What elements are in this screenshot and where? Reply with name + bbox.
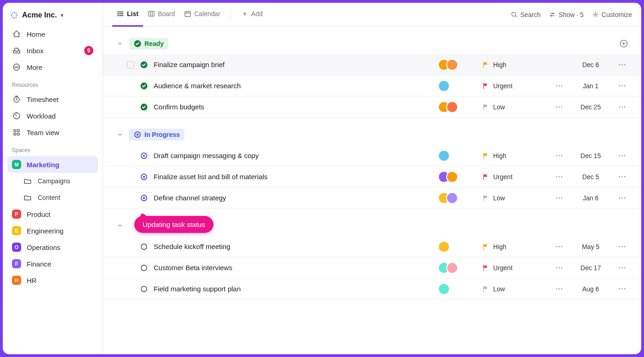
cell-more-icon[interactable]: ··· <box>552 152 567 160</box>
status-pill[interactable]: Ready <box>129 38 168 50</box>
priority-cell[interactable]: Low <box>482 194 546 202</box>
row-actions-icon[interactable]: ··· <box>615 82 630 90</box>
add-view-button[interactable]: Add <box>236 3 267 27</box>
task-status-icon[interactable] <box>140 285 148 293</box>
space-engineering[interactable]: E Engineering <box>7 222 98 239</box>
add-task-button[interactable] <box>619 39 628 48</box>
space-finance[interactable]: F Finance <box>7 255 98 272</box>
nav-team-view[interactable]: Team view <box>7 124 98 141</box>
priority-cell[interactable]: Urgent <box>482 82 546 90</box>
due-date[interactable]: Dec 25 <box>572 103 609 111</box>
priority-cell[interactable]: High <box>482 152 546 159</box>
due-date[interactable]: Dec 5 <box>572 173 609 181</box>
cell-more-icon[interactable]: ··· <box>552 264 567 272</box>
row-actions-icon[interactable]: ··· <box>615 264 630 272</box>
nav-more[interactable]: More <box>7 59 98 75</box>
space-operations[interactable]: O Operations <box>7 239 98 255</box>
due-date[interactable]: May 5 <box>572 243 609 250</box>
priority-cell[interactable]: High <box>482 243 546 250</box>
nav-timesheet[interactable]: Timesheet <box>7 91 98 108</box>
space-marketing[interactable]: M Marketing <box>7 156 98 173</box>
task-row[interactable]: Draft campaign messaging & copy High ···… <box>103 145 641 166</box>
avatar[interactable] <box>446 192 458 204</box>
task-status-icon[interactable] <box>140 103 148 111</box>
row-actions-icon[interactable]: ··· <box>615 243 630 251</box>
assignees[interactable] <box>438 80 477 92</box>
collapse-icon[interactable] <box>116 221 124 230</box>
due-date[interactable]: Aug 6 <box>572 285 609 293</box>
space-hr[interactable]: H HR <box>7 272 98 289</box>
row-actions-icon[interactable]: ··· <box>615 173 630 181</box>
cell-more-icon[interactable]: ··· <box>552 285 567 293</box>
avatar[interactable] <box>438 150 450 162</box>
task-row[interactable]: Define channel strategy Low ··· Jan 6 ··… <box>103 187 641 209</box>
view-tab-board[interactable]: Board <box>143 3 179 27</box>
row-actions-icon[interactable]: ··· <box>615 194 630 202</box>
collapse-icon[interactable] <box>116 40 124 48</box>
assignees[interactable] <box>438 59 477 71</box>
avatar[interactable] <box>446 59 458 71</box>
row-actions-icon[interactable]: ··· <box>615 61 630 69</box>
assignees[interactable] <box>438 283 477 295</box>
avatar[interactable] <box>438 283 450 295</box>
nav-home[interactable]: Home <box>7 26 98 42</box>
task-status-icon[interactable] <box>140 61 148 69</box>
task-status-icon[interactable] <box>140 173 148 181</box>
priority-cell[interactable]: Low <box>482 285 546 293</box>
task-status-icon[interactable] <box>140 243 148 251</box>
row-actions-icon[interactable]: ··· <box>615 103 630 111</box>
priority-cell[interactable]: Low <box>482 103 546 111</box>
folder-content[interactable]: Content <box>7 189 98 206</box>
space-product[interactable]: P Product <box>7 206 98 222</box>
avatar[interactable] <box>438 241 450 253</box>
avatar[interactable] <box>446 171 458 183</box>
view-tab-calendar[interactable]: Calendar <box>179 3 225 27</box>
assignees[interactable] <box>438 150 477 162</box>
cell-more-icon[interactable]: ··· <box>552 243 567 251</box>
task-status-icon[interactable] <box>140 82 148 90</box>
assignees[interactable] <box>438 262 477 274</box>
assignees[interactable] <box>438 101 477 113</box>
task-row[interactable]: Finalize asset list and bill of material… <box>103 166 641 187</box>
assignees[interactable] <box>438 241 477 253</box>
due-date[interactable]: Jan 6 <box>572 194 609 202</box>
show-button[interactable]: Show · 5 <box>549 11 583 18</box>
row-actions-icon[interactable]: ··· <box>615 285 630 293</box>
nav-workload[interactable]: Workload <box>7 108 98 124</box>
task-row[interactable]: Customer Beta interviews Urgent ··· Dec … <box>103 257 641 278</box>
due-date[interactable]: Dec 15 <box>572 152 609 159</box>
cell-more-icon[interactable]: ··· <box>552 103 567 111</box>
task-checkbox[interactable] <box>127 61 134 68</box>
avatar[interactable] <box>446 101 458 113</box>
collapse-icon[interactable] <box>116 130 124 139</box>
priority-cell[interactable]: High <box>482 61 546 68</box>
assignees[interactable] <box>438 171 477 183</box>
due-date[interactable]: Dec 17 <box>572 264 609 272</box>
due-date[interactable]: Jan 1 <box>572 82 609 90</box>
assignees[interactable] <box>438 192 477 204</box>
row-actions-icon[interactable]: ··· <box>615 152 630 160</box>
nav-inbox[interactable]: Inbox 9 <box>7 42 98 59</box>
priority-cell[interactable]: Urgent <box>482 264 546 272</box>
task-status-icon[interactable] <box>140 264 148 272</box>
task-row[interactable]: Field marketing support plan Low ··· Aug… <box>103 278 641 300</box>
task-status-icon[interactable] <box>140 152 148 160</box>
task-row[interactable]: Confirm budgets Low ··· Dec 25 ··· <box>103 96 641 118</box>
folder-campaigns[interactable]: Campaigns <box>7 173 98 189</box>
due-date[interactable]: Dec 6 <box>572 61 609 68</box>
cell-more-icon[interactable]: ··· <box>552 173 567 181</box>
status-pill[interactable]: In Progress <box>129 129 184 141</box>
customize-button[interactable]: Customize <box>592 11 632 18</box>
view-tab-list[interactable]: List <box>112 3 143 27</box>
task-row[interactable]: Finalize campaign brief High Dec 6 ··· <box>103 54 641 75</box>
cell-more-icon[interactable]: ··· <box>552 82 567 90</box>
avatar[interactable] <box>446 262 458 274</box>
task-row[interactable]: Schedule kickoff meeting High ··· May 5 … <box>103 236 641 257</box>
avatar[interactable] <box>438 80 450 92</box>
task-row[interactable]: Audience & market research Urgent ··· Ja… <box>103 75 641 96</box>
task-status-icon[interactable] <box>140 194 148 202</box>
priority-cell[interactable]: Urgent <box>482 173 546 181</box>
search-button[interactable]: Search <box>511 11 540 18</box>
workspace-switcher[interactable]: Acme Inc. ▾ <box>7 9 98 26</box>
cell-more-icon[interactable]: ··· <box>552 194 567 202</box>
